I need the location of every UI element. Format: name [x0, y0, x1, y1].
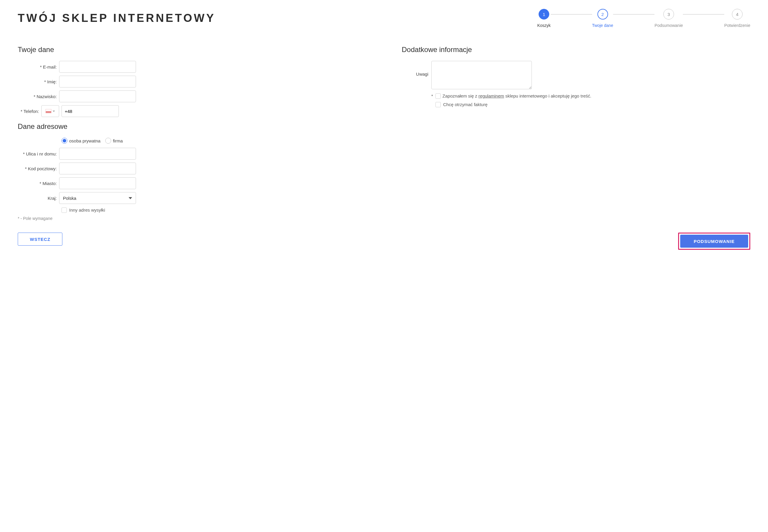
step-label-2: Twoje dane — [592, 23, 613, 28]
radio-company-label: firma — [113, 138, 123, 143]
page-title: TWÓJ SKLEP INTERNETOWY — [18, 12, 216, 25]
phone-field[interactable] — [61, 105, 119, 117]
invoice-checkbox[interactable] — [435, 102, 441, 107]
phone-country-select[interactable] — [41, 105, 59, 117]
caret-down-icon — [129, 197, 132, 199]
country-value: Polska — [63, 196, 76, 201]
radio-icon — [61, 138, 67, 144]
next-button-highlight: PODSUMOWANIE — [678, 233, 750, 250]
notes-label: Uwagi — [402, 61, 428, 77]
terms-link[interactable]: regulaminem — [479, 93, 504, 98]
required-note: * - Pole wymagane — [18, 216, 366, 221]
step-summary: 3 Podsumowanie — [654, 9, 683, 28]
step-cart[interactable]: 1 Koszyk — [537, 9, 551, 28]
radio-icon — [105, 138, 111, 144]
lastname-field[interactable] — [59, 90, 136, 102]
terms-text: Zapoznałem się z regulaminem sklepu inte… — [443, 93, 592, 99]
address-heading: Dane adresowe — [18, 122, 366, 131]
back-button[interactable]: WSTECZ — [18, 233, 62, 246]
firstname-label: * Imię: — [18, 79, 59, 84]
radio-private[interactable]: osoba prywatna — [61, 138, 101, 144]
next-button[interactable]: PODSUMOWANIE — [680, 235, 748, 248]
country-label: Kraj: — [18, 196, 59, 201]
different-shipping-label: Inny adres wysyłki — [69, 207, 105, 213]
checkout-stepper: 1 Koszyk 2 Twoje dane 3 Podsumowanie 4 P… — [251, 9, 750, 28]
zip-field[interactable] — [59, 163, 136, 174]
firstname-field[interactable] — [59, 76, 136, 87]
lastname-label: * Nazwisko: — [18, 94, 59, 99]
radio-private-label: osoba prywatna — [69, 138, 101, 143]
radio-company[interactable]: firma — [105, 138, 123, 144]
different-shipping-checkbox[interactable] — [61, 207, 67, 213]
city-label: * Miasto: — [18, 181, 59, 186]
terms-asterisk: * — [431, 93, 433, 98]
step-circle-1: 1 — [539, 9, 549, 20]
step-circle-3: 3 — [663, 9, 674, 20]
step-confirm: 4 Potwierdzenie — [724, 9, 750, 28]
additional-heading: Dodatkowe informacje — [402, 46, 750, 54]
chevron-down-icon — [53, 111, 55, 112]
notes-field[interactable] — [431, 61, 532, 89]
step-circle-4: 4 — [732, 9, 743, 20]
personal-heading: Twoje dane — [18, 46, 366, 54]
street-field[interactable] — [59, 148, 136, 160]
terms-checkbox[interactable] — [435, 93, 441, 99]
step-label-4: Potwierdzenie — [724, 23, 750, 28]
step-your-data[interactable]: 2 Twoje dane — [592, 9, 613, 28]
zip-label: * Kod pocztowy: — [18, 166, 59, 171]
city-field[interactable] — [59, 177, 136, 189]
step-circle-2: 2 — [597, 9, 608, 20]
step-label-3: Podsumowanie — [654, 23, 683, 28]
step-label-1: Koszyk — [537, 23, 551, 28]
street-label: * Ulica i nr domu: — [18, 151, 59, 156]
flag-poland-icon — [46, 109, 51, 113]
country-select[interactable]: Polska — [59, 192, 136, 204]
phone-label: * Telefon: — [18, 109, 41, 114]
email-field[interactable] — [59, 61, 136, 73]
invoice-label: Chcę otrzymać fakturę — [443, 101, 487, 108]
email-label: * E-mail: — [18, 64, 59, 69]
